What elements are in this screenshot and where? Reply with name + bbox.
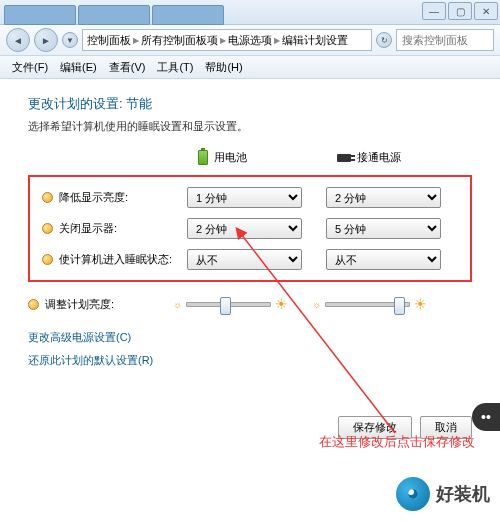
nav-bar: ◄ ► ▼ 控制面板▶ 所有控制面板项▶ 电源选项▶ 编辑计划设置 ↻ [0, 25, 500, 56]
title-tab[interactable] [152, 5, 224, 25]
breadcrumb-item[interactable]: 编辑计划设置 [282, 33, 348, 48]
bullet-icon [42, 254, 53, 265]
bullet-icon [28, 299, 39, 310]
breadcrumb[interactable]: 控制面板▶ 所有控制面板项▶ 电源选项▶ 编辑计划设置 [82, 29, 372, 51]
sun-large-icon: ☀ [414, 296, 427, 312]
page-subtitle: 选择希望计算机使用的睡眠设置和显示设置。 [28, 119, 472, 134]
title-tabs [4, 5, 224, 23]
slider-thumb[interactable] [220, 297, 231, 315]
menu-tools[interactable]: 工具(T) [153, 58, 197, 77]
column-header-battery: 用电池 [198, 150, 313, 165]
search-box[interactable] [396, 29, 494, 51]
back-button[interactable]: ◄ [6, 28, 30, 52]
content-area: 更改计划的设置: 节能 选择希望计算机使用的睡眠设置和显示设置。 用电池 接通电… [0, 79, 500, 455]
row-label-turnoff: 关闭显示器: [42, 221, 187, 236]
sun-small-icon: ☼ [312, 299, 321, 310]
highlighted-settings-box: 降低显示亮度: 1 分钟 2 分钟 关闭显示器: 2 分钟 5 分钟 使计算机进… [28, 175, 472, 282]
floating-widget-button[interactable]: •• [472, 403, 500, 431]
row-label-brightness: 调整计划亮度: [28, 297, 173, 312]
maximize-button[interactable]: ▢ [448, 2, 472, 20]
sun-small-icon: ☼ [173, 299, 182, 310]
turnoff-display-battery-select[interactable]: 2 分钟 [187, 218, 302, 239]
bullet-icon [42, 192, 53, 203]
breadcrumb-item[interactable]: 所有控制面板项 [141, 33, 218, 48]
menu-help[interactable]: 帮助(H) [201, 58, 246, 77]
slider-thumb[interactable] [394, 297, 405, 315]
search-input[interactable] [400, 33, 490, 47]
column-header-plugged: 接通电源 [337, 150, 452, 165]
restore-defaults-link[interactable]: 还原此计划的默认设置(R) [28, 353, 472, 368]
plug-icon [337, 154, 351, 162]
advanced-settings-link[interactable]: 更改高级电源设置(C) [28, 330, 472, 345]
chevron-right-icon: ▶ [220, 36, 226, 45]
chevron-right-icon: ▶ [133, 36, 139, 45]
sleep-plugged-select[interactable]: 从不 [326, 249, 441, 270]
page-title: 更改计划的设置: 节能 [28, 95, 472, 113]
chevron-right-icon: ▶ [274, 36, 280, 45]
row-label-dim: 降低显示亮度: [42, 190, 187, 205]
minimize-button[interactable]: — [422, 2, 446, 20]
watermark: 好装机 [396, 477, 490, 511]
brightness-battery-slider[interactable]: ☼ ☀ [173, 296, 288, 312]
menu-bar: 文件(F) 编辑(E) 查看(V) 工具(T) 帮助(H) [0, 56, 500, 79]
battery-icon [198, 150, 208, 165]
breadcrumb-item[interactable]: 控制面板 [87, 33, 131, 48]
annotation-text: 在这里修改后点击保存修改 [319, 433, 475, 451]
menu-edit[interactable]: 编辑(E) [56, 58, 101, 77]
turnoff-display-plugged-select[interactable]: 5 分钟 [326, 218, 441, 239]
menu-view[interactable]: 查看(V) [105, 58, 150, 77]
recent-dropdown[interactable]: ▼ [62, 32, 78, 48]
close-button[interactable]: ✕ [474, 2, 498, 20]
watermark-logo-icon [396, 477, 430, 511]
sun-large-icon: ☀ [275, 296, 288, 312]
row-label-sleep: 使计算机进入睡眠状态: [42, 252, 187, 267]
forward-button[interactable]: ► [34, 28, 58, 52]
title-bar: — ▢ ✕ [0, 0, 500, 25]
dim-display-battery-select[interactable]: 1 分钟 [187, 187, 302, 208]
bullet-icon [42, 223, 53, 234]
refresh-button[interactable]: ↻ [376, 32, 392, 48]
dim-display-plugged-select[interactable]: 2 分钟 [326, 187, 441, 208]
brightness-plugged-slider[interactable]: ☼ ☀ [312, 296, 427, 312]
title-tab[interactable] [4, 5, 76, 25]
sleep-battery-select[interactable]: 从不 [187, 249, 302, 270]
title-tab[interactable] [78, 5, 150, 25]
menu-file[interactable]: 文件(F) [8, 58, 52, 77]
breadcrumb-item[interactable]: 电源选项 [228, 33, 272, 48]
